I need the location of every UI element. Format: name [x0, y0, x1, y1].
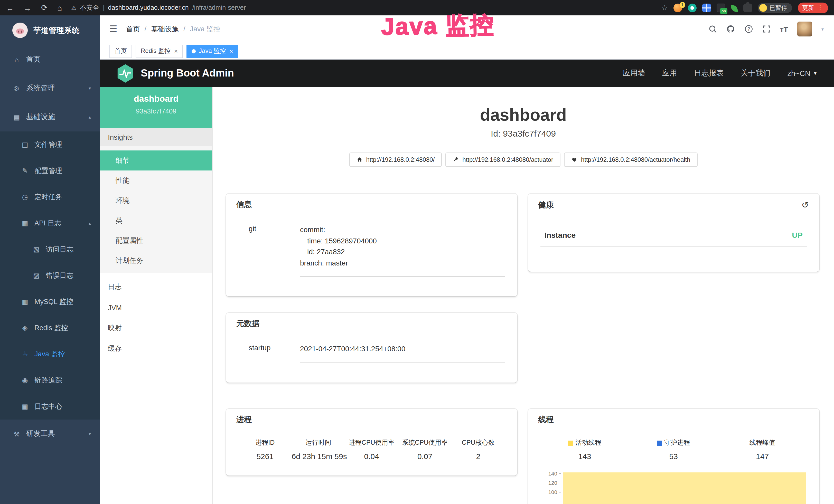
sidebar-item-java-monitor[interactable]: ☕ Java 监控 [0, 341, 100, 367]
sba-menu-metrics[interactable]: 性能 [100, 170, 212, 190]
tab-home[interactable]: 首页 [109, 44, 132, 58]
forward-icon[interactable]: → [24, 3, 31, 12]
breadcrumb-section[interactable]: 基础设施 [151, 24, 179, 33]
user-avatar[interactable] [797, 22, 812, 37]
actuator-url-button[interactable]: http://192.168.0.2:48080/actuator [445, 153, 561, 167]
sba-nav-applications[interactable]: 应用 [662, 68, 677, 78]
sba-brand-label: Spring Boot Admin [141, 67, 234, 79]
instance-name: dashboard [100, 94, 212, 104]
stat-value: 2 [452, 452, 505, 461]
stat-header: 线程峰值 [718, 438, 807, 447]
service-url-button[interactable]: http://192.168.0.2:48080/ [349, 153, 442, 167]
sba-brand[interactable]: Spring Boot Admin [117, 63, 234, 83]
sidebar-item-log-center[interactable]: ▣ 日志中心 [0, 393, 100, 419]
threads-chart-band [563, 473, 806, 504]
sidebar-item-system-mgmt[interactable]: ⚙ 系统管理 ▾ [0, 74, 100, 103]
extension-icon-orange[interactable]: 1 [674, 3, 682, 12]
health-card: 健康 ↺ Instance UP [528, 193, 819, 272]
sidebar-item-infrastructure[interactable]: ▤ 基础设施 ▴ [0, 103, 100, 132]
browser-home-icon[interactable]: ⌂ [57, 3, 62, 12]
stat-value: 0.04 [345, 452, 398, 461]
tab-redis-monitor[interactable]: Redis 监控 × [136, 44, 183, 58]
search-icon[interactable] [708, 25, 717, 33]
sba-navbar: Spring Boot Admin 应用墙 应用 日志报表 关于我们 zh~CN… [100, 60, 834, 87]
sba-language-select[interactable]: zh~CN ▾ [787, 69, 816, 77]
sidebar-item-api-log[interactable]: ▦ API 日志 ▴ [0, 210, 100, 236]
sidebar-item-dev-tools[interactable]: ⚒ 研发工具 ▾ [0, 419, 100, 448]
sidebar-item-home[interactable]: ⌂ 首页 [0, 45, 100, 74]
extension-icon-grid[interactable] [702, 3, 711, 12]
sba-menu-classes[interactable]: 类 [100, 210, 212, 231]
sidebar-item-error-log[interactable]: ▨ 错误日志 [0, 262, 100, 289]
sidebar-item-label: 研发工具 [26, 429, 55, 438]
app-logo-row[interactable]: 芋道管理系统 [0, 16, 100, 45]
stat-header: 进程ID [238, 438, 292, 447]
sba-nav-wallboard[interactable]: 应用墙 [622, 68, 645, 78]
profile-chip[interactable]: 已暂停 [758, 3, 792, 13]
sba-menu-scheduled-tasks[interactable]: 计划任务 [100, 251, 212, 271]
sba-instance-header[interactable]: dashboard 93a3fc7f7409 [100, 87, 212, 128]
hamburger-icon[interactable]: ☰ [109, 24, 117, 35]
metadata-card-body: startup 2021-04-27T00:44:31.254+08:00 [226, 335, 517, 375]
sidebar-item-scheduled-jobs[interactable]: ◷ 定时任务 [0, 184, 100, 210]
close-icon[interactable]: × [229, 47, 233, 55]
sba-nav-journal[interactable]: 日志报表 [694, 68, 724, 78]
sba-menu-config-props[interactable]: 配置属性 [100, 231, 212, 251]
wrench-icon [453, 157, 459, 163]
extensions-puzzle-icon[interactable] [743, 3, 752, 12]
extension-icon-leaf[interactable] [731, 5, 738, 12]
proxy-on-badge: on [720, 8, 727, 14]
sidebar-item-redis-monitor[interactable]: ◈ Redis 监控 [0, 315, 100, 341]
bookmark-star-icon[interactable]: ☆ [661, 4, 668, 12]
sba-menu-logs[interactable]: 日志 [100, 277, 212, 297]
health-url-button[interactable]: http://192.168.0.2:48080/actuator/health [564, 153, 698, 167]
back-icon[interactable]: ← [6, 3, 14, 12]
address-bar[interactable]: ⚠ 不安全 | dashboard.yudao.iocoder.cn/infra… [71, 3, 246, 12]
sba-nav-about[interactable]: 关于我们 [741, 68, 770, 78]
chrome-update-button[interactable]: 更新 ⋮ [797, 2, 828, 13]
not-secure-label: 不安全 [80, 3, 99, 12]
sync-paused-label: 已暂停 [770, 4, 787, 12]
sba-language-value: zh~CN [787, 69, 810, 77]
sba-menu-caches[interactable]: 缓存 [100, 338, 212, 359]
sidebar-item-mysql-monitor[interactable]: ▥ MySQL 监控 [0, 289, 100, 315]
help-icon[interactable]: ? [744, 25, 753, 33]
tab-java-monitor[interactable]: Java 监控 × [186, 44, 238, 58]
sba-menu-environment[interactable]: 环境 [100, 190, 212, 210]
github-icon[interactable] [726, 25, 735, 33]
proxy-switch-icon[interactable]: on [717, 3, 725, 12]
fullscreen-icon[interactable] [762, 25, 771, 33]
stat-value: 143 [541, 452, 629, 461]
service-url-label: http://192.168.0.2:48080/ [366, 156, 435, 163]
breadcrumb-home[interactable]: 首页 [126, 24, 140, 33]
mysql-icon: ▥ [21, 298, 29, 305]
sba-menu-mappings[interactable]: 映射 [100, 318, 212, 338]
history-icon[interactable]: ↺ [802, 200, 809, 210]
access-log-icon: ▧ [32, 246, 41, 253]
sidebar-item-access-log[interactable]: ▧ 访问日志 [0, 236, 100, 262]
health-row: Instance UP [541, 225, 807, 247]
sidebar-item-config-mgmt[interactable]: ✎ 配置管理 [0, 158, 100, 184]
sba-main: dashboard Id: 93a3fc7f7409 http://192.16… [213, 87, 834, 504]
font-size-icon[interactable]: тT [780, 25, 788, 33]
extension-icon-teal[interactable] [688, 3, 697, 12]
stat-cpu-cores: CPU核心数 2 [452, 438, 505, 461]
sidebar-item-trace[interactable]: ◉ 链路追踪 [0, 367, 100, 393]
sidebar-item-label: 文件管理 [35, 140, 62, 149]
app-title: 芋道管理系统 [34, 25, 80, 35]
sba-menu-jvm[interactable]: JVM [100, 297, 212, 318]
reload-icon[interactable]: ⟳ [41, 3, 47, 12]
stat-value: 53 [629, 452, 718, 461]
close-icon[interactable]: × [174, 47, 178, 55]
stat-peak-threads: 线程峰值 147 [718, 438, 807, 461]
sidebar-item-file-mgmt[interactable]: ◳ 文件管理 [0, 132, 100, 158]
info-card-body: git commit: time: 1596289704000 id: 27aa… [226, 216, 517, 290]
sba-menu-details[interactable]: 细节 [100, 151, 212, 170]
app-header: ☰ 首页 / 基础设施 / Java 监控 ? тT ▾ [100, 16, 834, 43]
chevron-up-icon: ▴ [89, 115, 91, 120]
header-actions: ? тT ▾ [708, 22, 824, 37]
stat-header: CPU核心数 [452, 438, 505, 447]
stat-header: 进程CPU使用率 [345, 438, 398, 447]
redis-icon: ◈ [21, 324, 29, 332]
y-axis-tick: 140 [541, 469, 561, 478]
